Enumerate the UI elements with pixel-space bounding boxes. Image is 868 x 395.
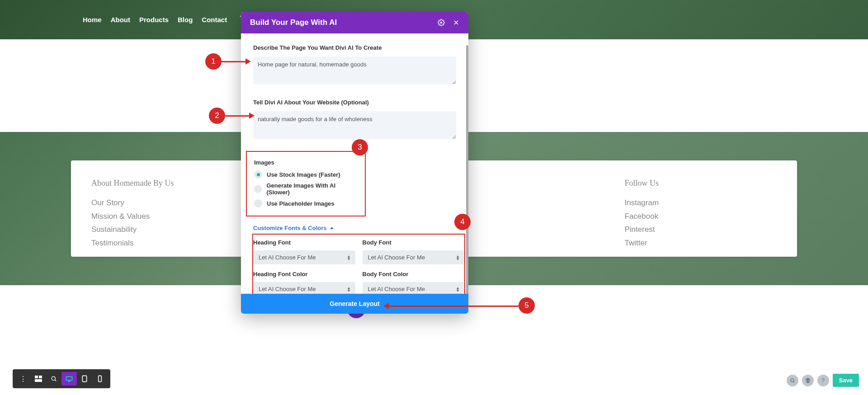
close-icon[interactable] <box>453 19 459 26</box>
generate-layout-button[interactable]: Generate Layout <box>241 294 468 314</box>
footer-col-follow: Follow Us Instagram Facebook Pinterest T… <box>571 179 782 243</box>
tell-input[interactable] <box>253 111 456 139</box>
wireframe-icon[interactable] <box>31 372 46 386</box>
ai-modal: Build Your Page With AI Describe The Pag… <box>241 12 468 314</box>
modal-title: Build Your Page With AI <box>250 18 337 27</box>
viewport-toolbar: ⋮ <box>13 369 110 388</box>
footer-link[interactable]: Testimonials <box>91 237 244 249</box>
images-label: Images <box>254 159 358 166</box>
footer-link[interactable]: Our Story <box>91 197 244 209</box>
radio-stock-images[interactable]: Use Stock Images (Faster) <box>254 170 358 179</box>
radio-icon <box>254 199 262 207</box>
radio-icon <box>254 170 262 179</box>
triangle-up-icon <box>330 227 334 229</box>
select-arrows-icon: ▴▾ <box>457 287 459 292</box>
help-icon[interactable]: ? <box>817 375 829 386</box>
body-font-select[interactable]: Let AI Choose For Me ▴▾ <box>363 250 465 264</box>
svg-rect-7 <box>66 376 72 380</box>
callout-2: 2 <box>209 108 225 124</box>
footer-link[interactable]: Instagram <box>625 197 777 209</box>
nav-about[interactable]: About <box>111 16 130 24</box>
callout-5: 5 <box>519 297 535 314</box>
desktop-icon[interactable] <box>61 372 77 386</box>
tell-label: Tell Divi AI About Your Website (Optiona… <box>253 99 456 106</box>
customize-label: Customize Fonts & Colors <box>253 225 327 231</box>
svg-rect-4 <box>39 376 42 378</box>
save-button[interactable]: Save <box>833 374 859 387</box>
search-circle-icon[interactable] <box>787 375 798 386</box>
footer-heading: Follow Us <box>625 179 777 188</box>
layers-icon[interactable] <box>802 375 814 386</box>
select-arrows-icon: ▴▾ <box>457 255 459 260</box>
footer-link[interactable]: Mission & Values <box>91 211 244 222</box>
radio-label: Generate Images With AI (Slower) <box>266 182 358 196</box>
body-color-select[interactable]: Let AI Choose For Me ▴▾ <box>363 282 465 294</box>
mobile-icon[interactable] <box>92 372 108 386</box>
modal-body: Describe The Page You Want Divi AI To Cr… <box>241 33 468 294</box>
footer-link[interactable]: Sustainability <box>91 224 244 235</box>
svg-rect-5 <box>35 379 42 382</box>
svg-rect-3 <box>35 376 38 378</box>
body-font-label: Body Font <box>363 239 465 246</box>
footer-col-about: About Homemade By Us Our Story Mission &… <box>87 179 248 243</box>
kebab-menu-icon[interactable]: ⋮ <box>15 372 31 386</box>
callout-4: 4 <box>454 214 471 230</box>
svg-point-6 <box>52 376 55 380</box>
radio-label: Use Placeholder Images <box>267 200 335 207</box>
select-arrows-icon: ▴▾ <box>348 287 350 292</box>
radio-icon <box>254 185 262 193</box>
svg-rect-8 <box>82 376 86 381</box>
nav-blog[interactable]: Blog <box>178 16 193 24</box>
callout-arrow <box>225 115 250 117</box>
footer-link[interactable]: Pinterest <box>625 224 777 235</box>
select-value: Let AI Choose For Me <box>368 254 425 261</box>
describe-label: Describe The Page You Want Divi AI To Cr… <box>253 44 456 51</box>
body-color-label: Body Font Color <box>363 271 465 277</box>
zoom-icon[interactable] <box>46 372 61 386</box>
gear-icon[interactable] <box>438 19 445 26</box>
save-toolbar: ? Save <box>787 374 859 387</box>
nav-contact[interactable]: Contact <box>202 16 227 24</box>
footer-heading: About Homemade By Us <box>91 179 244 188</box>
heading-font-select[interactable]: Let AI Choose For Me ▴▾ <box>253 250 355 264</box>
heading-color-label: Heading Font Color <box>253 271 355 277</box>
nav-products[interactable]: Products <box>139 16 169 24</box>
nav: Home About Products Blog Contact <box>83 16 268 24</box>
modal-header: Build Your Page With AI <box>241 12 468 33</box>
svg-point-10 <box>791 379 794 382</box>
select-value: Let AI Choose For Me <box>368 286 425 292</box>
scrollbar[interactable] <box>466 45 468 294</box>
footer-link[interactable]: Facebook <box>625 211 777 222</box>
callout-3: 3 <box>352 139 368 155</box>
fonts-section: Heading Font Let AI Choose For Me ▴▾ Hea… <box>252 234 465 294</box>
heading-font-label: Heading Font <box>253 239 355 246</box>
heading-color-select[interactable]: Let AI Choose For Me ▴▾ <box>253 282 355 294</box>
radio-ai-images[interactable]: Generate Images With AI (Slower) <box>254 182 358 196</box>
images-section: Images Use Stock Images (Faster) Generat… <box>246 151 366 216</box>
callout-arrow <box>388 306 519 307</box>
customize-fonts-link[interactable]: Customize Fonts & Colors <box>253 225 334 231</box>
radio-label: Use Stock Images (Faster) <box>267 171 340 178</box>
select-arrows-icon: ▴▾ <box>348 255 350 260</box>
select-value: Let AI Choose For Me <box>259 254 316 261</box>
tablet-icon[interactable] <box>77 372 92 386</box>
nav-home[interactable]: Home <box>83 16 102 24</box>
callout-arrow <box>222 61 246 62</box>
footer-link[interactable]: Twitter <box>625 237 777 249</box>
callout-1: 1 <box>205 53 222 70</box>
select-value: Let AI Choose For Me <box>259 286 316 292</box>
svg-rect-9 <box>99 376 102 381</box>
radio-placeholder-images[interactable]: Use Placeholder Images <box>254 199 358 207</box>
describe-input[interactable] <box>253 56 456 85</box>
